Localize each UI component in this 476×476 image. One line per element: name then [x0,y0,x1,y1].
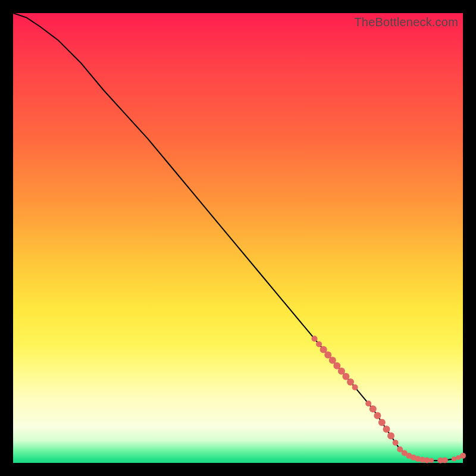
data-marker [460,453,466,459]
markers-group [312,336,466,464]
data-marker [352,384,358,390]
chart-svg [13,13,463,463]
data-marker [424,458,430,464]
data-marker [452,456,456,461]
data-marker [347,378,354,386]
data-marker [374,412,381,419]
data-marker [429,458,434,463]
data-marker [393,440,399,446]
data-marker [365,400,371,406]
curve-line [13,13,463,461]
chart-frame: TheBottleneck.com [0,0,476,476]
data-marker [383,425,390,433]
data-marker [442,458,448,464]
data-marker [387,433,394,440]
data-marker [378,419,386,426]
data-marker [316,341,322,347]
data-marker [312,336,318,342]
data-marker [369,405,377,412]
plot-area: TheBottleneck.com [13,13,463,463]
